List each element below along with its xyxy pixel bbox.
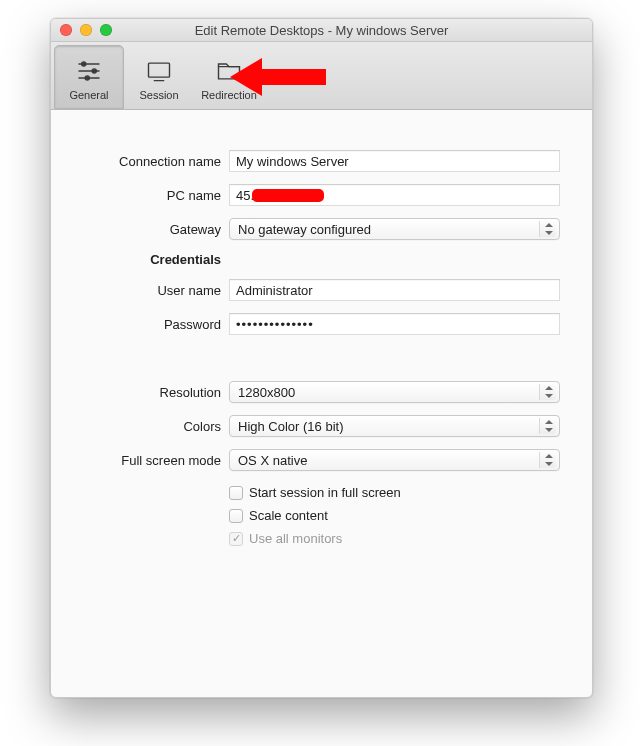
toolbar: General Session Redirection — [51, 42, 592, 110]
tab-general[interactable]: General — [54, 45, 124, 109]
chevron-updown-icon — [545, 454, 553, 466]
dialog-window: Edit Remote Desktops - My windows Server… — [50, 18, 593, 698]
connection-name-field[interactable]: My windows Server — [229, 150, 560, 172]
label-resolution: Resolution — [71, 385, 221, 400]
tab-session[interactable]: Session — [124, 45, 194, 109]
label-colors: Colors — [71, 419, 221, 434]
label-full-screen-mode: Full screen mode — [71, 453, 221, 468]
svg-point-1 — [82, 62, 86, 66]
checkbox-row-start-full-screen[interactable]: Start session in full screen — [229, 485, 560, 500]
chevron-updown-icon — [545, 223, 553, 235]
chevron-updown-icon — [545, 386, 553, 398]
tab-label: Session — [139, 89, 178, 101]
checkbox-label: Use all monitors — [249, 531, 342, 546]
full-screen-mode-select[interactable]: OS X native — [229, 449, 560, 471]
checkbox-label: Scale content — [249, 508, 328, 523]
redaction-overlay — [252, 189, 324, 202]
label-connection-name: Connection name — [71, 154, 221, 169]
label-password: Password — [71, 317, 221, 332]
form-panel: Connection name My windows Server PC nam… — [51, 110, 592, 566]
checkbox-row-scale-content[interactable]: Scale content — [229, 508, 560, 523]
gateway-select[interactable]: No gateway configured — [229, 218, 560, 240]
tab-label: General — [69, 89, 108, 101]
window-controls — [51, 24, 112, 36]
window-title: Edit Remote Desktops - My windows Server — [51, 23, 592, 38]
resolution-select[interactable]: 1280x800 — [229, 381, 560, 403]
user-name-field[interactable]: Administrator — [229, 279, 560, 301]
pc-name-field[interactable]: 45. — [229, 184, 560, 206]
colors-select[interactable]: High Color (16 bit) — [229, 415, 560, 437]
label-credentials: Credentials — [71, 252, 221, 267]
chevron-updown-icon — [545, 420, 553, 432]
sliders-icon — [74, 57, 104, 85]
titlebar: Edit Remote Desktops - My windows Server — [51, 19, 592, 42]
label-gateway: Gateway — [71, 222, 221, 237]
zoom-icon[interactable] — [100, 24, 112, 36]
checkbox-label: Start session in full screen — [249, 485, 401, 500]
label-user-name: User name — [71, 283, 221, 298]
checkbox-icon — [229, 486, 243, 500]
checkbox-icon: ✓ — [229, 532, 243, 546]
checkbox-row-use-all-monitors: ✓ Use all monitors — [229, 531, 560, 546]
svg-point-5 — [85, 76, 89, 80]
folder-icon — [214, 57, 244, 85]
svg-rect-6 — [149, 63, 170, 77]
minimize-icon[interactable] — [80, 24, 92, 36]
tab-redirection[interactable]: Redirection — [194, 45, 264, 109]
checkbox-icon — [229, 509, 243, 523]
monitor-icon — [144, 57, 174, 85]
label-pc-name: PC name — [71, 188, 221, 203]
svg-point-3 — [92, 69, 96, 73]
close-icon[interactable] — [60, 24, 72, 36]
password-field[interactable]: •••••••••••••• — [229, 313, 560, 335]
tab-label: Redirection — [201, 89, 257, 101]
